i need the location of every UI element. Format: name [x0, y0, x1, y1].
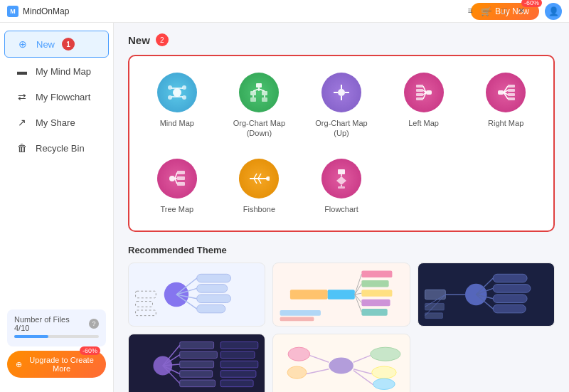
svg-rect-37: [508, 97, 515, 100]
menu-icon[interactable]: ≡: [465, 6, 475, 16]
upgrade-discount-badge: -60%: [80, 346, 100, 355]
theme-card-5[interactable]: [272, 334, 410, 392]
user-avatar[interactable]: 👤: [545, 3, 562, 20]
svg-rect-115: [220, 371, 256, 378]
help-icon[interactable]: ?: [89, 319, 99, 329]
svg-rect-88: [425, 313, 442, 319]
svg-rect-75: [362, 290, 393, 297]
upgrade-icon: ⊕: [16, 360, 22, 369]
theme-card-1[interactable]: [128, 263, 265, 327]
template-tree-map[interactable]: Tree Map: [140, 153, 214, 220]
new-section-header: New 2: [128, 33, 555, 46]
svg-rect-62: [197, 285, 228, 292]
template-right-map[interactable]: Right Map: [469, 67, 543, 144]
close-icon[interactable]: ✕: [516, 6, 526, 16]
main-layout: ⊕ New 1 ▬ My Mind Map ⇄ My Flowchart ↗ M…: [0, 23, 569, 392]
flowchart-label: Flowchart: [324, 204, 358, 214]
org-chart-up-icon: [321, 73, 361, 112]
svg-point-4: [182, 95, 186, 100]
sidebar-item-my-flowchart[interactable]: ⇄ My Flowchart: [4, 85, 109, 109]
sidebar-item-my-mind-map[interactable]: ▬ My Mind Map: [4, 59, 109, 83]
svg-rect-112: [220, 341, 258, 349]
titlebar-left: M MindOnMap: [7, 6, 69, 17]
svg-rect-13: [262, 97, 267, 102]
sidebar-item-recycle-bin[interactable]: 🗑 Recycle Bin: [4, 136, 109, 160]
theme-card-3[interactable]: [418, 263, 555, 327]
minimize-icon[interactable]: —: [482, 6, 492, 16]
flowchart-nav-icon: ⇄: [16, 91, 28, 102]
upgrade-button[interactable]: ⊕ Upgrade to Create More -60%: [7, 351, 106, 378]
svg-rect-11: [262, 91, 267, 95]
mind-map-icon: [157, 73, 197, 112]
svg-rect-114: [220, 361, 258, 368]
sidebar-bottom: Number of Files 4/10 ? ⊕ Upgrade to Crea…: [0, 302, 113, 385]
svg-point-117: [329, 357, 353, 374]
svg-point-54: [266, 176, 270, 181]
template-flowchart[interactable]: Flowchart: [304, 153, 378, 220]
template-left-map[interactable]: Left Map: [387, 67, 461, 144]
svg-line-48: [175, 179, 177, 184]
svg-rect-116: [220, 380, 253, 387]
svg-rect-72: [328, 290, 355, 299]
svg-point-42: [169, 176, 175, 181]
new-section-title: New: [128, 34, 150, 46]
sidebar-item-new[interactable]: ⊕ New 1: [4, 31, 109, 58]
template-org-chart-up[interactable]: Org-Chart Map (Up): [304, 67, 378, 144]
svg-rect-36: [508, 93, 515, 96]
svg-line-15: [253, 89, 259, 91]
templates-grid: Mind Map: [140, 67, 543, 220]
svg-rect-113: [220, 351, 255, 359]
theme-card-4[interactable]: [128, 334, 265, 392]
svg-point-119: [287, 366, 307, 378]
svg-point-118: [288, 347, 310, 361]
svg-line-82: [355, 295, 362, 312]
svg-line-53: [258, 179, 261, 184]
new-section-badge: 2: [156, 33, 169, 46]
svg-rect-26: [416, 89, 423, 92]
files-count-label: Number of Files 4/10: [14, 315, 86, 332]
svg-point-120: [371, 347, 400, 361]
svg-line-123: [310, 356, 329, 363]
svg-rect-24: [426, 90, 432, 95]
svg-rect-33: [498, 90, 504, 95]
theme-card-2[interactable]: [272, 263, 410, 327]
org-chart-down-icon: [239, 73, 279, 112]
svg-line-51: [258, 174, 261, 179]
fishbone-label: Fishbone: [243, 204, 275, 214]
svg-rect-57: [338, 186, 345, 189]
progress-bar-fill: [14, 335, 48, 338]
svg-rect-92: [493, 295, 527, 302]
svg-rect-77: [362, 309, 388, 316]
svg-rect-10: [250, 91, 256, 95]
svg-rect-64: [197, 304, 225, 312]
svg-line-81: [355, 295, 362, 302]
svg-rect-84: [280, 310, 321, 316]
new-badge: 1: [62, 38, 75, 51]
svg-line-52: [254, 179, 257, 184]
svg-rect-91: [493, 285, 531, 292]
template-org-chart-down[interactable]: Org-Chart Map (Down): [223, 67, 297, 144]
svg-line-78: [355, 274, 362, 295]
progress-bar-bg: [14, 335, 99, 338]
svg-point-2: [168, 95, 172, 100]
sidebar-item-my-flowchart-label: My Flowchart: [36, 92, 90, 102]
left-map-label: Left Map: [408, 118, 439, 128]
sidebar-item-recycle-bin-label: Recycle Bin: [36, 143, 85, 154]
svg-rect-106: [180, 380, 216, 387]
titlebar: M MindOnMap 🛒 Buy Now -60% 👤 ≡ — □ ✕: [0, 0, 569, 23]
svg-rect-9: [256, 83, 262, 88]
svg-rect-71: [136, 310, 156, 316]
svg-line-50: [254, 174, 257, 179]
sidebar-item-my-share[interactable]: ↗ My Share: [4, 110, 109, 134]
maximize-icon[interactable]: □: [499, 6, 509, 16]
template-fishbone[interactable]: Fishbone: [223, 153, 297, 220]
svg-rect-35: [508, 89, 515, 92]
app-logo: M: [7, 6, 18, 17]
sidebar-item-my-mind-map-label: My Mind Map: [36, 66, 91, 77]
template-mind-map[interactable]: Mind Map: [140, 67, 214, 144]
svg-rect-44: [177, 176, 185, 180]
svg-line-125: [353, 356, 371, 363]
svg-rect-93: [493, 304, 526, 312]
svg-rect-43: [177, 171, 185, 174]
svg-rect-104: [180, 361, 214, 368]
